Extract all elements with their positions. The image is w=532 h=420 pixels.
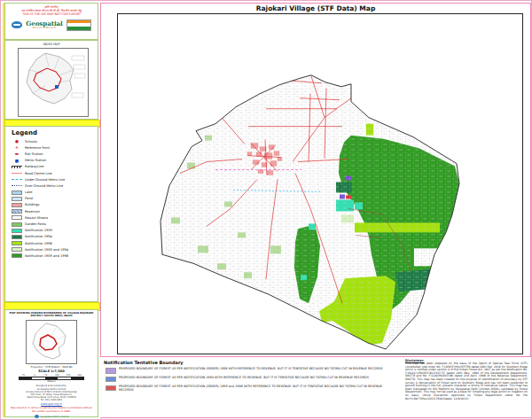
notification-text: PROPOSED BOUNDARY OF FOREST AS PER NOTIF…	[119, 376, 369, 379]
legend-symbol	[12, 173, 22, 175]
legend-item: Notification 1959 and 1996	[5, 253, 98, 259]
left-sidebar: अति गोपनीय,यह मानचित्र केवल जी.एन.सी.टी.…	[3, 3, 100, 417]
legend-title: Legend	[12, 129, 98, 136]
logo-row: Geospatial DELHI LIMITED	[5, 19, 98, 31]
notification-text: PROPOSED BOUNDARY OF FOREST AS PER NOTIF…	[119, 367, 383, 370]
index-map-box: INDEX MAP	[4, 40, 98, 120]
notification-boundary-item: PROPOSED BOUNDARY OF FOREST AS PER NOTIF…	[104, 385, 396, 392]
scale-tick: 0	[29, 374, 41, 377]
legend-label: Notification 1959 and 1994	[25, 248, 68, 252]
legend-items: ● Schools + Reference Point ▬ Rail Stati…	[5, 138, 98, 260]
legend-symbol	[12, 222, 22, 227]
legend-item: Lake	[5, 190, 98, 196]
footer-inset-frame	[26, 320, 77, 364]
legend-item: + Reference Point	[5, 144, 98, 151]
legend-label: Buildings	[25, 203, 39, 206]
legend-symbol	[12, 247, 22, 252]
confidential-box: अति गोपनीय,यह मानचित्र केवल जी.एन.सी.टी.…	[4, 3, 98, 40]
legend-label: Notification 1996	[25, 242, 52, 245]
footer-mini-logo-text: Geospatial Delhi Limited	[41, 416, 69, 418]
notification-swatch	[106, 377, 116, 383]
page-title: Rajokari Village (STF Data) Map	[101, 4, 530, 12]
address-block: Designed & Developed by:Geospatial Delhi…	[5, 385, 98, 401]
legend-label: Reservoir	[25, 210, 40, 214]
legend-item: Notification 1959 and 1994	[5, 246, 98, 253]
legend-symbol	[12, 203, 22, 207]
bottom-strip: Notification Tentative Boundary PROPOSED…	[100, 357, 531, 418]
legend-item: Notification 1996	[5, 240, 98, 246]
disclaimer-block: Disclaimer: This map has been prepared o…	[405, 359, 528, 401]
gsdl-logo-text: Geospatial DELHI LIMITED	[26, 20, 63, 29]
legend-item: RailwayLine	[5, 164, 98, 170]
legend-symbol	[12, 185, 22, 186]
notification-boundary-items: PROPOSED BOUNDARY OF FOREST AS PER NOTIF…	[104, 367, 396, 392]
notification-boundary-item: PROPOSED BOUNDARY OF FOREST AS PER NOTIF…	[104, 376, 396, 383]
legend-item: Notification 1994	[5, 234, 98, 240]
legend-symbol	[12, 253, 22, 258]
legend-label: Reference Point	[25, 146, 50, 150]
notification-boundary-block: Notification Tentative Boundary PROPOSED…	[104, 360, 396, 393]
legend-symbol	[12, 229, 22, 233]
map-frame	[117, 13, 523, 354]
confidential-line: THIS IS THE GIS MAP NOT FOR EXPORT	[5, 12, 98, 16]
notification-boundary-item: PROPOSED BOUNDARY OF FOREST AS PER NOTIF…	[104, 367, 396, 374]
index-map	[19, 49, 88, 116]
scale-ticks: 75075150225300	[18, 374, 85, 377]
legend-label: Over Ground Metro Line	[25, 184, 63, 188]
legend-item: Pond	[5, 196, 98, 202]
legend-symbol	[12, 191, 22, 195]
scale-tick: 150	[51, 374, 63, 377]
footer-inset-map	[27, 321, 76, 363]
legend-label: Masavi Khasra	[25, 216, 48, 220]
scale-tick: 75	[40, 374, 51, 377]
index-map-frame	[18, 48, 89, 117]
index-village-marker	[55, 85, 59, 89]
legend-label: RailwayLine	[25, 165, 43, 168]
legend-label: Under Ground Metro Line	[25, 178, 65, 182]
legend-symbol: ●	[12, 139, 22, 144]
map-panel: Rajokari Village (STF Data) Map	[100, 3, 531, 357]
legend-symbol: ▬	[12, 152, 22, 156]
confidential-lines: अति गोपनीय,यह मानचित्र केवल जी.एन.सी.टी.…	[5, 5, 98, 17]
legend-symbol	[12, 209, 22, 214]
legend-symbol: ■	[12, 159, 22, 163]
notification-swatch	[106, 368, 116, 374]
scale-text: SCALE 1:7,500	[5, 369, 98, 373]
disclaimer-body: This map has been prepared on the basis …	[405, 362, 528, 401]
gsdl-logo-icon	[12, 21, 22, 28]
legend-label: Rail Station	[25, 152, 43, 156]
legend-item: ● Schools	[5, 138, 98, 144]
org-name: Geospatial	[26, 20, 63, 27]
legend-item: ■ Metro Station	[5, 158, 98, 164]
legend-panel: Legend ● Schools + Reference Point ▬ Rai…	[4, 126, 98, 302]
legend-symbol	[12, 166, 22, 168]
projection-datum: Projection : UTM Datum : WGS 84	[5, 365, 98, 369]
legend-label: Schools	[25, 140, 37, 144]
scale-tick: 225	[63, 374, 74, 377]
address-line: Tel: 011-23813461	[5, 399, 98, 401]
notification-text: PROPOSED BOUNDARY OF FOREST AS PER NOTIF…	[119, 385, 385, 392]
footer-heading-2: DISTRICT SOUTH WEST, DELHI	[5, 315, 98, 317]
legend-label: Pond	[25, 197, 33, 200]
legend-label: Notification 1959	[25, 229, 52, 232]
legend-label: Metro Station	[25, 159, 46, 162]
forest-1996-patch	[322, 334, 331, 341]
footer-mini-logo: Geospatial Delhi Limited	[5, 415, 98, 418]
legend-label: Lake	[25, 191, 32, 194]
notification-swatch	[106, 385, 116, 392]
forest-1996-patch	[295, 323, 313, 332]
index-map-title: INDEX MAP	[5, 43, 98, 46]
gsdl-mini-logo-icon	[35, 415, 39, 418]
map-sheet-page: { "title": "Rajokari Village (STF Data) …	[0, 0, 532, 420]
legend-item: Road Centre Line	[5, 170, 98, 176]
legend-item: ▬ Rail Station	[5, 151, 98, 157]
legend-label: Notification 1994	[25, 235, 52, 238]
legend-label: Road Centre Line	[25, 172, 52, 175]
village-map	[118, 14, 522, 354]
website-link[interactable]: www.gsdl.org.in	[5, 402, 98, 406]
legend-item: Over Ground Metro Line	[5, 183, 98, 189]
legend-item: Buildings	[5, 202, 98, 208]
legend-item: Masavi Khasra	[5, 214, 98, 221]
legend-symbol	[12, 241, 22, 245]
scale-unit: (Meters)	[5, 380, 98, 383]
